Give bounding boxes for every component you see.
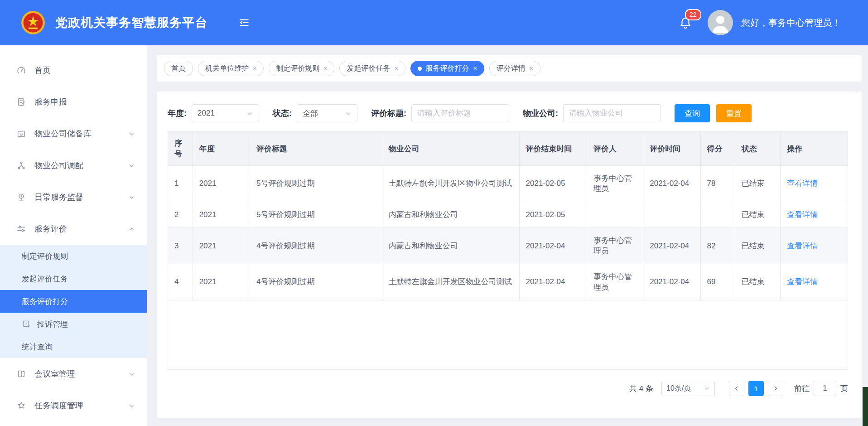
table-cell: 已结束 bbox=[735, 202, 780, 228]
sidebar-item-meeting-room[interactable]: 会议室管理 bbox=[0, 358, 147, 390]
sidebar-item-complaint-management[interactable]: ?投诉管理 bbox=[0, 313, 147, 335]
dashboard-icon bbox=[16, 65, 26, 75]
tab-set-evaluation-rules[interactable]: 制定评价规则× bbox=[269, 61, 334, 76]
year-select[interactable]: 2021 bbox=[192, 104, 259, 122]
table-cell bbox=[643, 202, 700, 228]
page-button-1[interactable]: 1 bbox=[748, 381, 764, 396]
sidebar-item-statistics-query[interactable]: 统计查询 bbox=[0, 335, 147, 358]
sidebar-item-label: 物业公司储备库 bbox=[34, 128, 92, 139]
sidebar-item-service-evaluation-score[interactable]: 服务评价打分 bbox=[0, 290, 147, 313]
close-icon[interactable]: × bbox=[473, 65, 477, 72]
chevron-right-icon bbox=[772, 385, 779, 392]
table-cell: 2021-02-04 bbox=[643, 264, 700, 300]
view-detail-link[interactable]: 查看详情 bbox=[787, 210, 818, 219]
app-title: 党政机关事务智慧服务平台 bbox=[55, 15, 207, 31]
table-row: 220215号评价规则过期内蒙古和利物业公司2021-02-05已结束查看详情 bbox=[168, 202, 848, 228]
sidebar-item-set-evaluation-rules[interactable]: 制定评价规则 bbox=[0, 245, 147, 267]
table-cell: 已结束 bbox=[735, 228, 780, 264]
view-detail-link[interactable]: 查看详情 bbox=[787, 179, 818, 188]
goto-page-suffix: 页 bbox=[840, 383, 848, 394]
table-row: 320214号评价规则过期内蒙古和利物业公司2021-02-04事务中心管理员2… bbox=[168, 228, 848, 264]
sidebar-item-daily-supervision[interactable]: 日常服务监督 bbox=[0, 181, 147, 213]
scrollbar-thumb[interactable] bbox=[863, 387, 868, 426]
page-size-select[interactable]: 10条/页 bbox=[661, 381, 715, 396]
close-icon[interactable]: × bbox=[530, 65, 533, 72]
dispatch-icon bbox=[16, 160, 26, 170]
sidebar-item-label: 日常服务监督 bbox=[34, 192, 83, 203]
column-header: 年度 bbox=[193, 132, 250, 166]
tab-score-detail[interactable]: 评分详情× bbox=[489, 61, 540, 76]
sidebar: 首页服务申报物业公司储备库物业公司调配日常服务监督服务评价制定评价规则发起评价任… bbox=[0, 45, 147, 426]
goto-label: 前往 bbox=[794, 383, 810, 394]
sidebar-item-property-reserve[interactable]: 物业公司储备库 bbox=[0, 118, 147, 150]
chevron-down-icon bbox=[345, 110, 352, 117]
sidebar-item-label: 服务评价 bbox=[34, 223, 67, 234]
chevron-down-icon bbox=[128, 162, 135, 169]
sidebar-item-home[interactable]: 首页 bbox=[0, 54, 147, 86]
tab-home[interactable]: 首页 bbox=[164, 61, 193, 76]
sidebar-item-task-schedule[interactable]: 任务调度管理 bbox=[0, 390, 147, 421]
sidebar-subitem-label: 制定评价规则 bbox=[22, 251, 68, 261]
star-icon bbox=[16, 401, 26, 411]
close-icon[interactable]: × bbox=[394, 65, 398, 72]
goto-page-input[interactable] bbox=[814, 381, 836, 396]
tab-org-unit-maintain[interactable]: 机关单位维护× bbox=[198, 61, 264, 76]
column-header: 评价标题 bbox=[250, 132, 382, 166]
chevron-down-icon bbox=[246, 110, 253, 117]
tab-service-evaluation-score[interactable]: 服务评价打分× bbox=[410, 61, 484, 76]
sliders-icon bbox=[16, 224, 26, 234]
close-icon[interactable]: × bbox=[253, 65, 256, 72]
sidebar-item-label: 首页 bbox=[34, 65, 51, 76]
close-icon[interactable]: × bbox=[323, 65, 327, 72]
collapse-menu-icon[interactable] bbox=[238, 17, 250, 29]
page-size-value: 10条/页 bbox=[666, 384, 691, 393]
sidebar-subitem-label: 发起评价任务 bbox=[22, 274, 68, 284]
table-header-row: 序号年度评价标题物业公司评价结束时间评价人评价时间得分状态操作 bbox=[168, 132, 848, 166]
sidebar-item-service-declare[interactable]: 服务申报 bbox=[0, 86, 147, 118]
table-cell: 土默特左旗金川开发区物业公司测试 bbox=[382, 264, 519, 300]
notification-bell-icon[interactable]: 22 bbox=[679, 15, 692, 30]
table-cell-actions: 查看详情 bbox=[781, 166, 848, 202]
sidebar-item-service-evaluation[interactable]: 服务评价 bbox=[0, 213, 147, 245]
chevron-down-icon bbox=[128, 131, 135, 137]
table-cell: 内蒙古和利物业公司 bbox=[382, 228, 519, 264]
search-button[interactable]: 查询 bbox=[675, 104, 710, 122]
view-detail-link[interactable]: 查看详情 bbox=[787, 277, 818, 286]
filter-bar: 年度: 2021 状态: 全部 评价标题: 物业公司: 查询 重置 bbox=[168, 104, 752, 122]
company-filter-input[interactable] bbox=[563, 104, 661, 122]
status-select[interactable]: 全部 bbox=[297, 104, 357, 122]
table-cell: 78 bbox=[700, 166, 735, 202]
sidebar-item-label: 会议室管理 bbox=[34, 368, 75, 379]
table-cell: 土默特左旗金川开发区物业公司测试 bbox=[382, 166, 519, 202]
chevron-down-icon bbox=[128, 194, 135, 201]
monitor-icon bbox=[16, 192, 26, 202]
prev-page-button[interactable] bbox=[729, 381, 744, 396]
chevron-left-icon bbox=[733, 385, 740, 392]
table-cell: 5号评价规则过期 bbox=[250, 166, 382, 202]
reset-button[interactable]: 重置 bbox=[716, 104, 752, 122]
table-cell: 内蒙古和利物业公司 bbox=[382, 202, 519, 228]
title-filter-input[interactable] bbox=[411, 104, 509, 122]
table-cell: 2021 bbox=[193, 264, 250, 300]
user-greeting: 您好，事务中心管理员！ bbox=[741, 17, 841, 29]
avatar[interactable] bbox=[708, 10, 733, 35]
svg-text:?: ? bbox=[25, 322, 27, 326]
meeting-icon bbox=[16, 369, 26, 379]
table-cell-actions: 查看详情 bbox=[781, 202, 848, 228]
sidebar-item-property-dispatch[interactable]: 物业公司调配 bbox=[0, 150, 147, 181]
chevron-down-icon bbox=[128, 402, 135, 409]
sidebar-item-launch-evaluation-task[interactable]: 发起评价任务 bbox=[0, 267, 147, 290]
evaluation-table: 序号年度评价标题物业公司评价结束时间评价人评价时间得分状态操作 120215号评… bbox=[168, 132, 848, 300]
tab-launch-evaluation-task[interactable]: 发起评价任务× bbox=[339, 61, 405, 76]
sidebar-item-label: 任务调度管理 bbox=[34, 400, 83, 411]
tab-label: 机关单位维护 bbox=[205, 64, 249, 73]
next-page-button[interactable] bbox=[768, 381, 783, 396]
archive-icon bbox=[16, 129, 26, 139]
table-cell bbox=[700, 202, 735, 228]
status-select-value: 全部 bbox=[303, 108, 318, 119]
tab-label: 评分详情 bbox=[497, 64, 526, 73]
column-header: 序号 bbox=[168, 132, 193, 166]
table-cell: 已结束 bbox=[735, 166, 780, 202]
sidebar-subitem-label: 投诉管理 bbox=[37, 319, 68, 329]
view-detail-link[interactable]: 查看详情 bbox=[787, 242, 818, 250]
